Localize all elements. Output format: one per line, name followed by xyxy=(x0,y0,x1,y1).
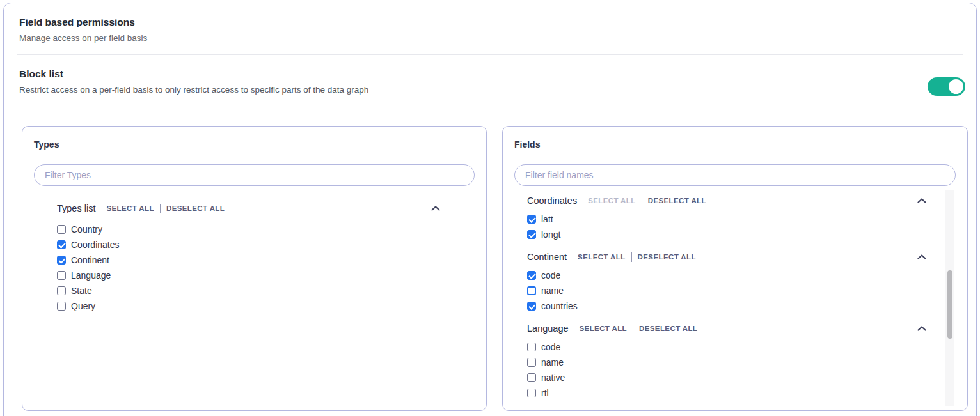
types-checkbox-list: Country Coordinates Continent Language xyxy=(57,222,452,314)
fields-panel-title: Fields xyxy=(514,139,956,150)
checkbox-label[interactable]: Country xyxy=(71,224,102,235)
checkbox[interactable] xyxy=(527,343,536,351)
field-group-header: Coordinates SELECT ALL DESELECT ALL xyxy=(527,194,926,207)
field-row-rtl[interactable]: rtl xyxy=(527,385,926,401)
types-list: Types list SELECT ALL DESELECT ALL Count… xyxy=(34,202,475,314)
continent-select-all-button[interactable]: SELECT ALL xyxy=(578,253,626,261)
checkbox-label[interactable]: code xyxy=(541,270,560,281)
field-row-native[interactable]: native xyxy=(527,370,926,385)
field-row-name[interactable]: name xyxy=(527,283,926,298)
language-select-all-button[interactable]: SELECT ALL xyxy=(580,325,628,332)
fields-scroll-area: Coordinates SELECT ALL DESELECT ALL latt xyxy=(514,189,956,409)
select-all-separator xyxy=(633,324,633,334)
checkbox-label[interactable]: Continent xyxy=(71,255,109,265)
checkbox[interactable] xyxy=(57,286,66,295)
fields-panel: Fields Coordinates SELECT ALL DESELECT A… xyxy=(502,126,968,411)
field-permissions-page: Field based permissions Manage access on… xyxy=(0,0,980,416)
types-filter-input[interactable] xyxy=(34,164,475,186)
coordinates-select-all-button: SELECT ALL xyxy=(588,197,636,204)
page-header: Field based permissions Manage access on… xyxy=(4,3,976,43)
field-group-language: Language SELECT ALL DESELECT ALL code xyxy=(527,322,926,401)
block-list-description: Restrict access on a per-field basis to … xyxy=(19,85,961,95)
checkbox[interactable] xyxy=(57,225,66,234)
language-deselect-all-button[interactable]: DESELECT ALL xyxy=(639,325,697,332)
chevron-up-icon xyxy=(917,198,926,203)
select-all-separator xyxy=(631,252,632,262)
types-panel: Types Types list SELECT ALL DESELECT ALL xyxy=(22,126,487,411)
field-group-title: Continent xyxy=(527,252,567,262)
types-panel-title: Types xyxy=(34,139,475,150)
select-all-separator xyxy=(642,196,642,206)
checkbox-label[interactable]: name xyxy=(541,357,564,367)
field-row-code[interactable]: code xyxy=(527,339,926,355)
checkbox[interactable] xyxy=(57,271,66,280)
fields-scrollbar-thumb[interactable] xyxy=(947,270,952,339)
checkbox[interactable] xyxy=(527,358,536,367)
type-row-country[interactable]: Country xyxy=(57,222,452,237)
checkbox[interactable] xyxy=(527,215,536,224)
field-group-continent: Continent SELECT ALL DESELECT ALL code xyxy=(527,250,926,314)
types-list-header: Types list SELECT ALL DESELECT ALL xyxy=(57,202,452,215)
type-row-continent[interactable]: Continent xyxy=(57,252,452,268)
fields-filter-input[interactable] xyxy=(514,164,956,186)
checkbox-label[interactable]: Coordinates xyxy=(71,240,120,250)
checkbox[interactable] xyxy=(57,256,66,265)
page-subtitle: Manage access on per field basis xyxy=(19,33,961,43)
block-list-section: Block list Restrict access on a per-fiel… xyxy=(4,55,976,95)
checkbox-label[interactable]: latt xyxy=(541,214,553,224)
checkbox-label[interactable]: Query xyxy=(71,301,95,311)
language-collapse-button[interactable] xyxy=(917,326,926,331)
coordinates-collapse-button[interactable] xyxy=(917,198,926,203)
field-group-coordinates: Coordinates SELECT ALL DESELECT ALL latt xyxy=(527,194,926,242)
checkbox[interactable] xyxy=(527,286,536,295)
checkbox[interactable] xyxy=(527,389,536,397)
page-title: Field based permissions xyxy=(19,17,961,28)
field-row-longt[interactable]: longt xyxy=(527,227,926,242)
chevron-up-icon xyxy=(917,254,926,259)
checkbox-label[interactable]: longt xyxy=(541,229,560,240)
types-select-all-button[interactable]: SELECT ALL xyxy=(106,204,154,212)
block-list-toggle[interactable] xyxy=(928,77,965,96)
field-group-title: Coordinates xyxy=(527,196,577,206)
continent-deselect-all-button[interactable]: DESELECT ALL xyxy=(638,253,696,261)
type-row-language[interactable]: Language xyxy=(57,268,452,283)
checkbox-label[interactable]: Language xyxy=(71,270,111,281)
field-group-header: Language SELECT ALL DESELECT ALL xyxy=(527,322,926,335)
chevron-up-icon xyxy=(917,326,926,331)
field-group-title: Language xyxy=(527,323,569,334)
field-row-countries[interactable]: countries xyxy=(527,298,926,314)
checkbox[interactable] xyxy=(527,230,536,239)
field-row-code[interactable]: code xyxy=(527,268,926,283)
checkbox[interactable] xyxy=(527,373,536,382)
types-list-group-title: Types list xyxy=(57,203,95,213)
checkbox[interactable] xyxy=(527,271,536,280)
field-row-name[interactable]: name xyxy=(527,355,926,370)
chevron-up-icon xyxy=(431,206,440,211)
types-deselect-all-button[interactable]: DESELECT ALL xyxy=(166,204,225,212)
fields-scrollbar-track[interactable] xyxy=(945,190,954,406)
field-row-latt[interactable]: latt xyxy=(527,212,926,227)
type-row-coordinates[interactable]: Coordinates xyxy=(57,237,452,252)
checkbox-label[interactable]: State xyxy=(71,286,92,296)
continent-collapse-button[interactable] xyxy=(917,254,926,259)
type-row-query[interactable]: Query xyxy=(57,298,452,314)
checkbox[interactable] xyxy=(57,302,66,311)
select-all-separator xyxy=(160,204,161,213)
checkbox-label[interactable]: rtl xyxy=(541,388,549,398)
coordinates-deselect-all-button[interactable]: DESELECT ALL xyxy=(648,197,706,204)
field-group-header: Continent SELECT ALL DESELECT ALL xyxy=(527,250,926,263)
checkbox-label[interactable]: code xyxy=(541,342,560,352)
block-list-title: Block list xyxy=(19,68,961,80)
checkbox[interactable] xyxy=(57,240,66,249)
checkbox-label[interactable]: native xyxy=(541,373,565,383)
checkbox-label[interactable]: name xyxy=(541,286,564,296)
permissions-card: Field based permissions Manage access on… xyxy=(3,3,977,416)
type-row-state[interactable]: State xyxy=(57,283,452,298)
checkbox-label[interactable]: countries xyxy=(541,301,578,311)
checkbox[interactable] xyxy=(527,302,536,311)
toggle-knob xyxy=(949,79,963,94)
types-collapse-button[interactable] xyxy=(431,206,440,211)
